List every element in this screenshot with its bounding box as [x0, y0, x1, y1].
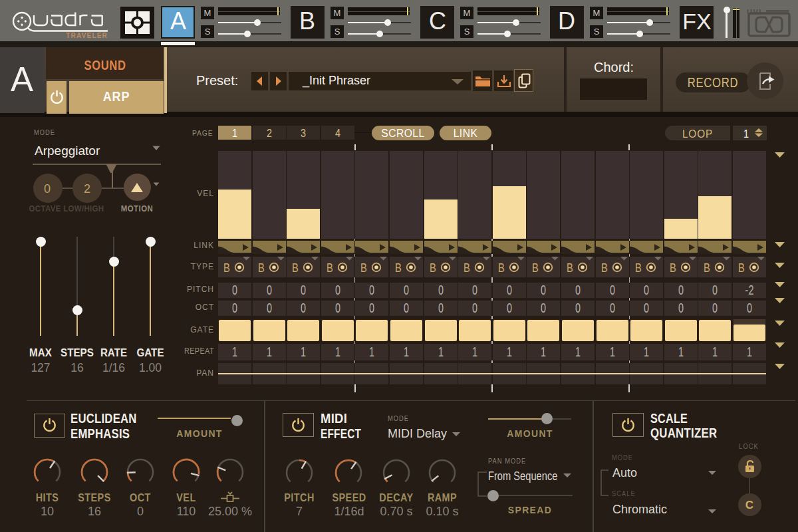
svg-text:B: B — [567, 261, 573, 275]
svg-text:B: B — [738, 261, 745, 275]
svg-text:B: B — [670, 261, 676, 275]
svg-text:B: B — [430, 261, 436, 275]
svg-text:B: B — [292, 261, 299, 275]
svg-text:B: B — [258, 261, 265, 275]
svg-text:TRAVELER: TRAVELER — [66, 32, 108, 39]
svg-text:B: B — [635, 261, 642, 275]
svg-text:B: B — [464, 261, 470, 275]
svg-text:B: B — [327, 261, 333, 275]
svg-text:B: B — [601, 261, 608, 275]
svg-text:B: B — [498, 261, 505, 275]
svg-text:B: B — [395, 261, 402, 275]
svg-text:B: B — [223, 261, 230, 275]
svg-text:B: B — [360, 261, 367, 275]
svg-text:B: B — [704, 261, 710, 275]
svg-text:B: B — [532, 261, 539, 275]
